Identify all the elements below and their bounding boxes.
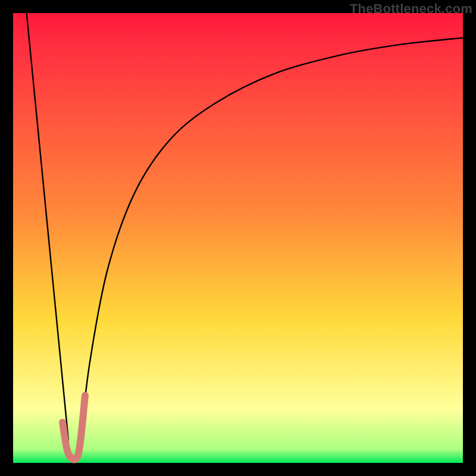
watermark-text: TheBottleneck.com bbox=[350, 1, 472, 17]
chart-svg bbox=[13, 13, 463, 463]
chart-frame: TheBottleneck.com bbox=[0, 0, 476, 476]
left-descending-line bbox=[27, 13, 68, 440]
right-asymptotic-curve bbox=[80, 38, 463, 445]
highlight-hook bbox=[62, 396, 85, 460]
